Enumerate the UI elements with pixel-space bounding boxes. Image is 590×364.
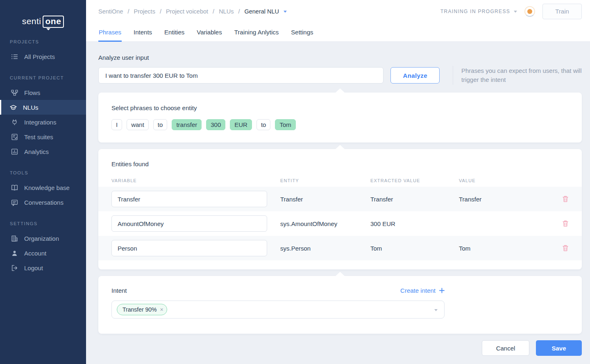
- sidebar-item-label: Conversations: [24, 199, 64, 206]
- create-intent-label: Create intent: [400, 287, 436, 294]
- breadcrumb-projects[interactable]: Projects: [134, 8, 155, 15]
- tab-entities[interactable]: Entities: [164, 23, 185, 41]
- breadcrumb-separator: /: [213, 8, 214, 15]
- vertical-divider: [453, 66, 453, 85]
- train-button[interactable]: Train: [542, 4, 582, 19]
- column-header-entity: ENTITY: [280, 178, 370, 183]
- sidebar-item-logout[interactable]: Logout: [0, 260, 86, 275]
- token-word-highlighted[interactable]: 300: [206, 119, 225, 130]
- sidebar-item-knowledge-base[interactable]: Knowledge base: [0, 180, 86, 195]
- main-area: SentiOne / Projects / Project voicebot /…: [86, 0, 590, 364]
- chat-icon: [11, 199, 18, 206]
- token-word[interactable]: to: [153, 119, 168, 130]
- sidebar-item-account[interactable]: Account: [0, 246, 86, 260]
- sidebar-item-nlus[interactable]: NLUs: [0, 100, 86, 115]
- variable-input[interactable]: [111, 215, 267, 232]
- book-icon: [11, 184, 18, 191]
- entity-cell: Transfer: [280, 196, 370, 203]
- column-header-variable: VARIABLE: [111, 178, 280, 183]
- plug-icon: [11, 119, 18, 126]
- sidebar-item-label: NLUs: [23, 104, 39, 111]
- breadcrumb-current-nlu[interactable]: General NLU: [244, 8, 279, 15]
- flow-icon: [11, 89, 18, 96]
- sidebar-item-label: All Projects: [24, 53, 55, 60]
- sidebar-item-test-suites[interactable]: Test suites: [0, 129, 86, 144]
- sidebar-section-projects: PROJECTS: [0, 39, 86, 44]
- token-word[interactable]: I: [111, 119, 122, 130]
- phrase-selection-card: Select phrases to choose entity I want t…: [98, 93, 582, 142]
- delete-row-button[interactable]: [549, 244, 569, 252]
- token-word[interactable]: want: [127, 119, 149, 130]
- sentione-logo: sentione: [0, 16, 86, 28]
- logo-text-senti: senti: [22, 16, 41, 26]
- trash-icon: [562, 220, 569, 227]
- bar-chart-icon: [11, 148, 18, 155]
- sidebar-item-conversations[interactable]: Conversations: [0, 195, 86, 210]
- token-word-highlighted[interactable]: EUR: [230, 119, 252, 130]
- entity-table-row: Transfer Transfer Transfer: [98, 187, 582, 211]
- tab-training-analytics[interactable]: Training Anlytics: [234, 23, 279, 41]
- extracted-value-cell: 300 EUR: [370, 220, 459, 227]
- entity-table-row: sys.AmountOfMoney 300 EUR: [98, 211, 582, 236]
- analyze-input[interactable]: [98, 67, 384, 84]
- intent-select[interactable]: Transfer 90% ×: [111, 301, 445, 319]
- variable-input[interactable]: [111, 191, 267, 207]
- trash-icon: [562, 244, 569, 252]
- chevron-down-icon[interactable]: [284, 11, 287, 13]
- sidebar-item-integrations[interactable]: Integrations: [0, 115, 86, 129]
- tab-settings[interactable]: Settings: [290, 23, 313, 41]
- delete-row-button[interactable]: [549, 195, 569, 203]
- breadcrumb-separator: /: [238, 8, 240, 15]
- selected-intent-label: Transfer 90%: [123, 306, 157, 313]
- sidebar-section-settings: SETTINGS: [0, 221, 86, 226]
- sidebar-item-label: Flows: [24, 89, 40, 96]
- sidebar-item-label: Knowledge base: [24, 184, 70, 191]
- entity-cell: sys.AmountOfMoney: [280, 220, 370, 227]
- sidebar-section-current-project: CURRENT PROJECT: [0, 75, 86, 80]
- chevron-down-icon[interactable]: [434, 309, 438, 311]
- chevron-down-icon[interactable]: [514, 11, 517, 13]
- sidebar-section-tools: TOOLS: [0, 170, 86, 175]
- card-notch: [336, 88, 345, 93]
- training-status-label: TRAINING IN PROGRESS: [440, 9, 510, 14]
- sidebar: sentione PROJECTS All Projects CURRENT P…: [0, 0, 86, 364]
- create-intent-button[interactable]: Create intent: [400, 287, 445, 294]
- selected-intent-pill: Transfer 90% ×: [117, 304, 167, 315]
- sidebar-item-label: Account: [24, 250, 46, 257]
- sidebar-item-flows[interactable]: Flows: [0, 85, 86, 100]
- card-notch: [336, 272, 345, 276]
- token-word-highlighted[interactable]: Tom: [275, 119, 295, 130]
- tab-phrases[interactable]: Phrases: [98, 23, 122, 41]
- value-cell: Transfer: [459, 196, 549, 203]
- analyze-button[interactable]: Analyze: [390, 67, 440, 84]
- sidebar-item-all-projects[interactable]: All Projects: [0, 49, 86, 64]
- save-button[interactable]: Save: [536, 340, 582, 356]
- sidebar-item-label: Organization: [24, 235, 59, 242]
- token-list: I want to transfer 300 EUR to Tom: [111, 119, 569, 130]
- cancel-button[interactable]: Cancel: [482, 340, 529, 356]
- intent-header: Intent Create intent: [111, 287, 445, 294]
- tab-intents[interactable]: Intents: [133, 23, 152, 41]
- card-notch: [336, 145, 345, 149]
- sidebar-item-organization[interactable]: Organization: [0, 231, 86, 246]
- content: Analyze user input Analyze Phrases you c…: [86, 42, 590, 364]
- tab-variables[interactable]: Variables: [196, 23, 222, 41]
- breadcrumb-sentione[interactable]: SentiOne: [98, 8, 123, 15]
- variable-input[interactable]: [111, 240, 267, 256]
- sidebar-item-analytics[interactable]: Analytics: [0, 144, 86, 159]
- breadcrumb-nlus[interactable]: NLUs: [219, 8, 234, 15]
- trash-icon: [562, 195, 569, 203]
- list-icon: [11, 53, 18, 60]
- delete-row-button[interactable]: [549, 220, 569, 227]
- entities-card-title: Entities found: [98, 161, 582, 167]
- checklist-icon: [11, 133, 18, 140]
- entity-cell: sys.Person: [280, 245, 370, 252]
- remove-intent-icon[interactable]: ×: [160, 307, 163, 312]
- column-header-value: VALUE: [459, 178, 549, 183]
- analyze-hint-text: Phrases you can expect from users, that …: [461, 66, 582, 84]
- token-word-highlighted[interactable]: transfer: [172, 119, 202, 130]
- token-word[interactable]: to: [256, 119, 271, 130]
- sidebar-item-label: Logout: [24, 265, 43, 271]
- training-spinner-icon: [524, 6, 535, 17]
- breadcrumb-project-voicebot[interactable]: Project voicebot: [166, 8, 208, 15]
